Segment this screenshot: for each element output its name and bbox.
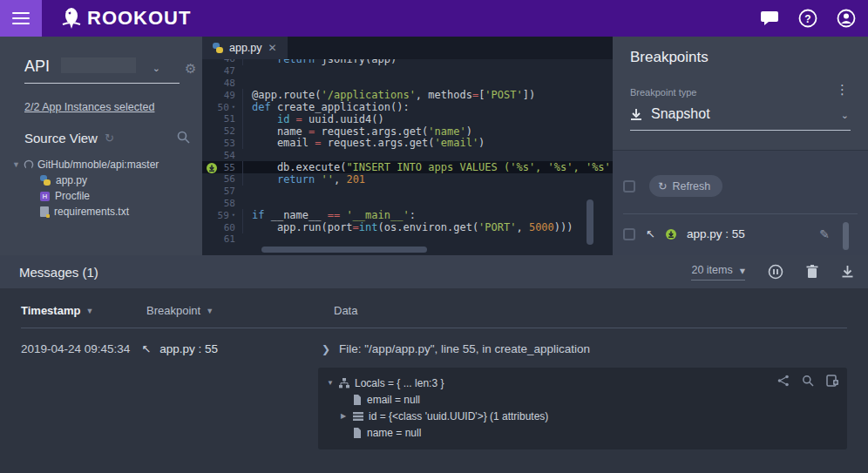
python-file-icon xyxy=(40,175,51,186)
rookout-bird-icon xyxy=(61,7,82,30)
code-line-56[interactable]: 56 return '', 201 xyxy=(202,173,613,186)
code-line-55[interactable]: 55 db.execute("INSERT INTO apps VALUES (… xyxy=(202,161,613,173)
locals-child-row[interactable]: email = null xyxy=(327,391,838,408)
code-line-61[interactable]: 61 xyxy=(202,233,613,246)
stack-frame-summary[interactable]: ❯ File: "/app/app.py", line 55, in creat… xyxy=(322,342,847,355)
fold-icon[interactable]: ▾ xyxy=(232,212,235,219)
gear-icon[interactable]: ⚙ xyxy=(185,61,196,77)
sort-icon: ▼ xyxy=(85,307,93,315)
chevron-down-icon: ⌄ xyxy=(153,63,160,74)
code-editor: app.py ✕ 46 return jsonify(app)474849@ap… xyxy=(202,37,613,255)
locals-variable-tree: ▼ Locals = { ... len:3 } email = null▶id… xyxy=(318,368,847,449)
gutter-line-57[interactable]: 57 xyxy=(202,186,242,197)
close-icon[interactable]: ✕ xyxy=(268,42,277,54)
tree-file-Procfile[interactable]: HProcfile xyxy=(40,190,159,202)
sync-icon[interactable]: ↻ xyxy=(105,132,114,145)
gutter-line-46[interactable]: 46 xyxy=(202,59,242,64)
messages-title: Messages (1) xyxy=(19,265,98,280)
app-instances-link[interactable]: 2/2 App Instances selected xyxy=(24,101,154,113)
kebab-menu-icon[interactable]: ⋮ xyxy=(836,82,849,98)
breakpoints-panel: Breakpoints Breakpoint type ⋮ Snapshot ⌄… xyxy=(613,37,868,255)
search-icon[interactable] xyxy=(802,375,814,387)
copy-plus-icon[interactable] xyxy=(826,375,838,387)
help-icon[interactable]: ? xyxy=(798,9,817,28)
code-line-52[interactable]: 52 name = request.args.get('name') xyxy=(202,125,613,138)
file-leaf-icon xyxy=(353,395,362,405)
search-icon[interactable] xyxy=(177,131,190,144)
profile-icon[interactable] xyxy=(837,9,856,28)
tab-title: app.py xyxy=(229,42,262,54)
refresh-button[interactable]: ↻ Refresh xyxy=(649,175,722,197)
file-leaf-icon xyxy=(353,428,362,438)
tree-file-app-py[interactable]: app.py xyxy=(40,174,159,186)
fold-icon[interactable]: ▾ xyxy=(232,104,235,111)
gutter-line-54[interactable]: 54 xyxy=(202,150,242,161)
breakpoint-type-label: Breakpoint type xyxy=(630,87,696,98)
code-line-47[interactable]: 47 xyxy=(202,65,613,78)
gutter-line-58[interactable]: 58 xyxy=(202,198,242,209)
refresh-icon: ↻ xyxy=(658,179,667,193)
trash-icon[interactable] xyxy=(806,265,818,279)
horizontal-scrollbar[interactable] xyxy=(261,247,427,253)
locals-root-row[interactable]: ▼ Locals = { ... len:3 } xyxy=(327,375,838,391)
gutter-line-59[interactable]: 59▾ xyxy=(202,210,242,221)
breakpoint-checkbox[interactable] xyxy=(623,228,635,240)
chat-icon[interactable] xyxy=(760,9,779,28)
items-per-page-select[interactable]: 20 items ▾ xyxy=(691,264,745,280)
vertical-scrollbar[interactable] xyxy=(587,199,593,245)
messages-panel: Messages (1) 20 items ▾ Timestamp▼ Break… xyxy=(0,255,868,473)
tab-app-py[interactable]: app.py ✕ xyxy=(202,37,288,59)
editor-tab-bar: app.py ✕ xyxy=(202,37,613,59)
gutter-line-48[interactable]: 48 xyxy=(202,78,242,89)
gutter-line-47[interactable]: 47 xyxy=(202,65,242,77)
column-header-breakpoint[interactable]: Breakpoint▼ xyxy=(146,304,334,317)
pause-icon[interactable] xyxy=(768,264,783,280)
column-header-timestamp[interactable]: Timestamp▼ xyxy=(21,304,146,317)
locals-child-row[interactable]: ▶id = {<class 'uuid.UUID'>} (1 attribute… xyxy=(327,408,838,424)
share-icon[interactable] xyxy=(777,375,790,387)
gutter-line-53[interactable]: 53 xyxy=(202,138,242,149)
breakpoint-type-select[interactable]: Snapshot ⌄ xyxy=(630,106,851,131)
code-line-54[interactable]: 54 xyxy=(202,149,613,161)
tree-root-repo[interactable]: ▼ GitHub/mnoble/api:master xyxy=(12,159,159,171)
message-row[interactable]: 2019-04-24 09:45:34 ↖ app.py : 55 ❯ File… xyxy=(21,342,847,449)
gutter-line-56[interactable]: 56 xyxy=(202,173,242,185)
code-line-58[interactable]: 58 xyxy=(202,198,613,210)
tree-file-requirements-txt[interactable]: requirements.txt xyxy=(40,206,159,218)
code-line-51[interactable]: 51 id = uuid.uuid4() xyxy=(202,113,613,125)
breakpoint-list-item[interactable]: ↖app.py : 55✎ xyxy=(623,227,859,240)
code-line-57[interactable]: 57 xyxy=(202,186,613,198)
gutter-line-61[interactable]: 61 xyxy=(202,233,242,245)
edit-pencil-icon[interactable]: ✎ xyxy=(819,227,830,241)
panel-scrollbar[interactable] xyxy=(843,222,849,250)
caret-down-icon: ▼ xyxy=(12,160,20,169)
gutter-line-50[interactable]: 50▾ xyxy=(202,102,242,113)
gutter-line-49[interactable]: 49 xyxy=(202,90,242,101)
breakpoints-list-section: ↻ Refresh ↖app.py : 55✎ xyxy=(613,150,868,255)
hamburger-menu-button[interactable] xyxy=(0,0,42,37)
source-view-label: Source View xyxy=(24,131,98,145)
refresh-checkbox[interactable] xyxy=(623,180,635,193)
procfile-icon: H xyxy=(40,192,50,201)
tree-root-label: GitHub/mnoble/api:master xyxy=(37,159,159,171)
app-select-dropdown[interactable]: API ⌄ xyxy=(24,57,180,84)
download-icon[interactable] xyxy=(841,265,854,279)
code-line-59[interactable]: 59▾if __name__ == '__main__': xyxy=(202,209,613,221)
code-line-60[interactable]: 60 app.run(port=int(os.environ.get('PORT… xyxy=(202,221,613,233)
column-header-data: Data xyxy=(334,304,847,317)
left-sidebar: API ⌄ ⚙ 2/2 App Instances selected Sourc… xyxy=(0,37,202,255)
code-line-49[interactable]: 49@app.route('/applications', methods=['… xyxy=(202,89,613,101)
code-area[interactable]: 46 return jsonify(app)474849@app.route('… xyxy=(202,59,613,255)
code-line-46[interactable]: 46 return jsonify(app) xyxy=(202,59,613,65)
gutter-line-52[interactable]: 52 xyxy=(202,125,242,137)
gutter-line-60[interactable]: 60 xyxy=(202,222,242,233)
caret-right-icon[interactable]: ▶ xyxy=(341,412,348,420)
gutter-line-55[interactable]: 55 xyxy=(202,162,242,173)
gutter-line-51[interactable]: 51 xyxy=(202,113,242,125)
breakpoints-title: Breakpoints xyxy=(630,49,709,66)
code-line-48[interactable]: 48 xyxy=(202,78,613,90)
code-line-50[interactable]: 50▾def create_application(): xyxy=(202,101,613,113)
locals-child-row[interactable]: name = null xyxy=(327,424,838,441)
code-line-53[interactable]: 53 email = request.args.get('email') xyxy=(202,138,613,150)
locals-root-label: Locals = { ... len:3 } xyxy=(355,377,444,389)
